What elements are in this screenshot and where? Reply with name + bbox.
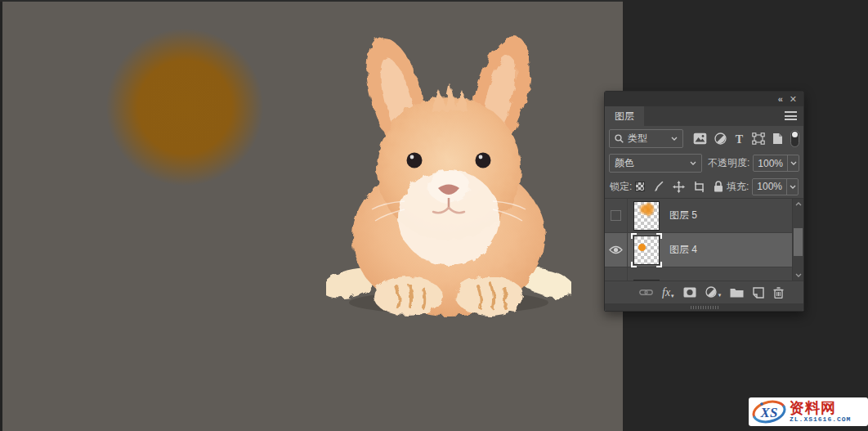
scroll-up-icon[interactable] — [793, 199, 803, 209]
watermark: XS 资料网 ZL.XS1616.COM — [749, 397, 868, 426]
fill-value[interactable]: 100% — [753, 181, 786, 192]
filter-toggle-switch[interactable] — [790, 130, 799, 147]
watermark-xs-logo: XS — [751, 399, 787, 424]
blend-mode-dropdown[interactable]: 颜色 — [609, 154, 702, 173]
document-canvas[interactable] — [2, 2, 623, 431]
filter-pixel-layers-icon[interactable] — [693, 132, 707, 145]
photoshop-workspace: « ✕ 图层 类型 — [0, 0, 868, 431]
opacity-label: 不透明度: — [708, 156, 749, 170]
new-adjustment-layer-icon[interactable]: ▾ — [705, 286, 722, 299]
layers-list: 图层 5 图层 4 — [605, 198, 803, 281]
orange-gradient-spot — [106, 29, 263, 186]
lock-position-move-icon[interactable] — [673, 181, 685, 193]
layer-name: 图层 4 — [669, 243, 697, 257]
fill-field[interactable]: 100% — [752, 178, 799, 195]
blend-row: 颜色 不透明度: 100% — [605, 151, 803, 175]
visibility-off-box — [611, 210, 621, 221]
lock-all-padlock-icon[interactable] — [714, 181, 723, 192]
tab-layers-label: 图层 — [615, 110, 634, 123]
lock-transparent-pixels-icon[interactable] — [635, 182, 645, 191]
watermark-site-url: ZL.XS1616.COM — [790, 416, 851, 423]
collapse-panel-icon[interactable]: « — [778, 95, 781, 104]
svg-text:T: T — [736, 133, 744, 145]
filter-type-dropdown[interactable]: 类型 — [609, 129, 683, 148]
panel-bottom-toolbar: fx▾ ▾ — [605, 281, 803, 303]
blend-mode-value: 颜色 — [615, 156, 634, 170]
fill-dropdown-icon[interactable] — [786, 179, 798, 195]
filter-adjustment-layers-icon[interactable] — [714, 132, 727, 145]
fill-label: 填充: — [727, 180, 749, 194]
visibility-toggle[interactable] — [605, 199, 628, 232]
layer-row-5[interactable]: 图层 5 — [605, 199, 792, 233]
layer-row-4-selected[interactable]: 图层 4 — [605, 233, 792, 267]
search-icon — [615, 134, 624, 143]
visibility-toggle[interactable] — [605, 233, 628, 267]
svg-text:XS: XS — [760, 405, 778, 420]
panel-tab-strip: 图层 — [605, 106, 803, 126]
layer-thumbnail[interactable] — [633, 280, 660, 281]
layer-row-partial[interactable] — [605, 267, 792, 281]
tab-layers[interactable]: 图层 — [605, 106, 644, 126]
filter-type-value: 类型 — [628, 132, 647, 146]
watermark-site-name: 资料网 — [790, 401, 836, 415]
scrollbar-thumb[interactable] — [794, 228, 803, 256]
panel-menu-icon[interactable] — [785, 111, 797, 120]
chevron-down-icon — [690, 161, 696, 165]
panel-resize-grip[interactable] — [605, 303, 803, 311]
panel-titlebar: « ✕ — [605, 92, 803, 106]
panel-body: 类型 T — [605, 126, 803, 311]
delete-layer-trash-icon[interactable] — [773, 287, 784, 299]
opacity-dropdown-icon[interactable] — [787, 155, 799, 171]
window-left-edge — [0, 0, 2, 431]
new-layer-icon[interactable] — [753, 287, 764, 299]
lock-artboard-icon[interactable] — [693, 182, 705, 192]
layers-scrollbar[interactable] — [792, 199, 803, 281]
opacity-value[interactable]: 100% — [754, 158, 787, 169]
lock-row: 锁定: — [605, 175, 803, 198]
filter-shape-layers-icon[interactable] — [752, 132, 765, 145]
layer-thumbnail[interactable] — [633, 236, 660, 265]
scroll-down-icon[interactable] — [793, 270, 803, 281]
lock-label: 锁定: — [610, 180, 632, 194]
eye-icon — [609, 245, 623, 254]
new-group-folder-icon[interactable] — [730, 287, 744, 298]
layer-thumbnail[interactable] — [633, 201, 660, 231]
opacity-field[interactable]: 100% — [753, 155, 799, 172]
chevron-down-icon — [671, 137, 678, 141]
add-layer-mask-icon[interactable] — [683, 287, 696, 298]
close-panel-icon[interactable]: ✕ — [790, 95, 797, 104]
filter-type-layers-icon[interactable]: T — [734, 133, 745, 145]
window-top-edge — [0, 0, 623, 2]
layer-name: 图层 5 — [669, 209, 697, 222]
layer-styles-fx-icon[interactable]: fx▾ — [662, 286, 674, 299]
link-layers-icon[interactable] — [639, 289, 653, 296]
lock-image-pixels-brush-icon[interactable] — [653, 181, 664, 192]
filter-row: 类型 T — [605, 126, 803, 151]
layers-panel: « ✕ 图层 类型 — [604, 91, 804, 312]
visibility-toggle[interactable] — [605, 267, 628, 281]
filter-smart-objects-icon[interactable] — [772, 132, 783, 145]
rabbit-image — [326, 15, 571, 319]
